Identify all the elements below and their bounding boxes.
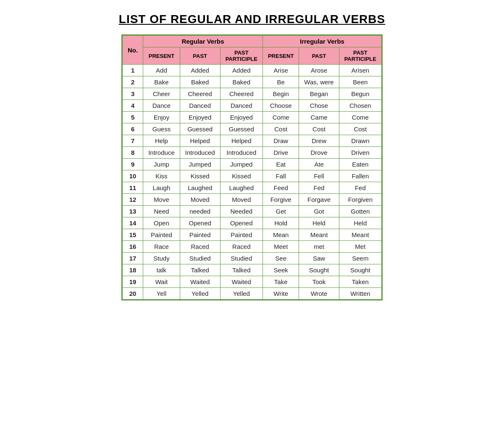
- r-past-header: PAST: [180, 47, 220, 65]
- table-row: 3CheerCheeredCheeredBeginBeganBegun: [123, 88, 382, 100]
- table-row: 18talkTalkedTalkedSeekSoughtSought: [123, 264, 382, 276]
- i-present-header: PRESENT: [262, 47, 299, 65]
- regular-verbs-header: Regular Verbs: [143, 36, 263, 47]
- table-row: 5EnjoyEnjoyedEnjoyedComeCameCome: [123, 112, 382, 123]
- i-past-header: PAST: [299, 47, 339, 65]
- table-row: 11LaughLaughedLaughedFeedFedFed: [123, 182, 382, 194]
- table-row: 13NeedneededNeededGetGotGotten: [123, 206, 382, 217]
- table-row: 1AddAddedAddedAriseAroseArisen: [123, 65, 382, 76]
- table-row: 8IntroduceIntroducedIntroducedDriveDrove…: [123, 147, 382, 159]
- table-row: 7HelpHelpedHelpedDrawDrewDrawn: [123, 135, 382, 147]
- table-row: 2BakeBakedBakedBeWas, wereBeen: [123, 76, 382, 88]
- table-row: 10KissKissedKissedFallFellFallen: [123, 170, 382, 182]
- table-row: 20YellYelledYelledWriteWroteWritten: [123, 288, 382, 300]
- table-row: 14OpenOpenedOpenedHoldHeldHeld: [123, 217, 382, 229]
- r-present-header: PRESENT: [143, 47, 180, 65]
- i-pp-header: PASTPARTICIPLE: [339, 47, 381, 65]
- table-row: 16RaceRacedRacedMeetmetMet: [123, 241, 382, 253]
- table-row: 4DanceDancedDancedChooseChoseChosen: [123, 100, 382, 112]
- page-title: LIST OF REGULAR AND IRREGULAR VERBS: [119, 13, 385, 26]
- table-row: 9JumpJumpedJumpedEatAteEaten: [123, 159, 382, 170]
- r-pp-header: PASTPARTICIPLE: [220, 47, 262, 65]
- irregular-verbs-header: Irregular Verbs: [262, 36, 381, 47]
- table-row: 15PaintedPaintedPaintedMeanMeantMeant: [123, 229, 382, 241]
- table-row: 12MoveMovedMovedForgiveForgaveForgiven: [123, 194, 382, 206]
- table-row: 17StudyStudiedStudiedSeeSawSeem: [123, 253, 382, 264]
- verbs-table: No. Regular Verbs Irregular Verbs PRESEN…: [122, 35, 382, 300]
- no-header: No.: [123, 36, 143, 65]
- table-row: 6GuessGuessedGuessedCostCostCost: [123, 123, 382, 135]
- table-wrapper: No. Regular Verbs Irregular Verbs PRESEN…: [121, 34, 383, 300]
- table-row: 19WaitWaitedWaitedTakeTookTaken: [123, 276, 382, 288]
